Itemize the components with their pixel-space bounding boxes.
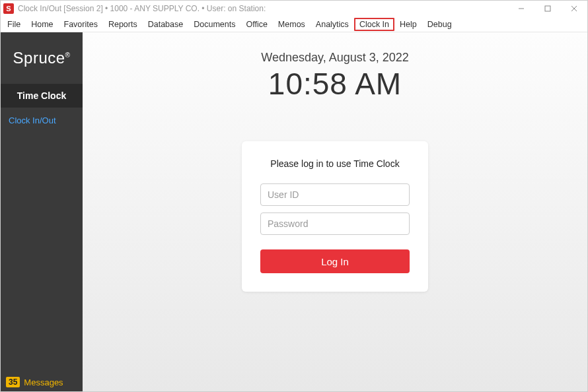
password-input[interactable] <box>260 212 410 235</box>
menu-item-database[interactable]: Database <box>143 18 189 31</box>
menu-item-debug[interactable]: Debug <box>422 18 457 31</box>
login-prompt: Please log in to use Time Clock <box>270 158 399 169</box>
app-window: S Clock In/Out [Session 2] • 1000 - ANY … <box>0 0 588 392</box>
maximize-button[interactable] <box>534 1 561 16</box>
menu-item-file[interactable]: File <box>2 18 26 31</box>
login-button[interactable]: Log In <box>260 249 410 273</box>
menu-item-help[interactable]: Help <box>394 18 422 31</box>
messages-bar[interactable]: 35 Messages <box>1 373 83 391</box>
login-card: Please log in to use Time Clock Log In <box>242 141 428 292</box>
close-button[interactable] <box>561 1 587 16</box>
menu-item-favorites[interactable]: Favorites <box>59 18 103 31</box>
app-icon: S <box>3 3 14 14</box>
menu-item-analytics[interactable]: Analytics <box>311 18 354 31</box>
sidebar-section-title: Time Clock <box>1 84 83 108</box>
sidebar-link-clock-in-out[interactable]: Clock In/Out <box>1 108 83 132</box>
main-content: Wednesday, August 3, 2022 10:58 AM Pleas… <box>83 32 587 391</box>
messages-count-badge: 35 <box>6 377 20 387</box>
menu-item-memos[interactable]: Memos <box>273 18 311 31</box>
sidebar: Spruce® Time Clock Clock In/Out 35 Messa… <box>1 32 83 391</box>
svg-rect-1 <box>545 6 550 11</box>
logo-text: Spruce <box>13 49 65 67</box>
menu-item-home[interactable]: Home <box>26 18 58 31</box>
minimize-button[interactable] <box>508 1 534 16</box>
menu-item-clock-in[interactable]: Clock In <box>354 18 394 31</box>
current-time: 10:58 AM <box>268 66 402 102</box>
user-id-input[interactable] <box>260 183 410 206</box>
menu-item-office[interactable]: Office <box>240 18 272 31</box>
current-date: Wednesday, August 3, 2022 <box>261 51 409 65</box>
menu-item-reports[interactable]: Reports <box>103 18 143 31</box>
menu-item-documents[interactable]: Documents <box>188 18 240 31</box>
messages-label: Messages <box>24 377 63 387</box>
menu-bar: FileHomeFavoritesReportsDatabaseDocument… <box>1 16 587 32</box>
title-bar: S Clock In/Out [Session 2] • 1000 - ANY … <box>1 1 587 16</box>
window-title: Clock In/Out [Session 2] • 1000 - ANY SU… <box>18 4 266 13</box>
logo: Spruce® <box>1 32 83 84</box>
